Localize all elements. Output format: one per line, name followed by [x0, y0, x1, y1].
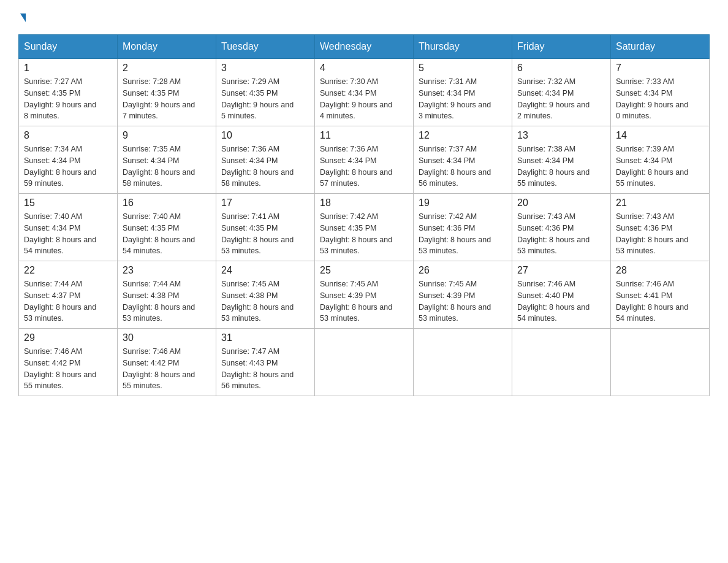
- header-day-wednesday: Wednesday: [315, 35, 414, 59]
- day-info: Sunrise: 7:31 AMSunset: 4:34 PMDaylight:…: [419, 76, 507, 122]
- day-number: 28: [616, 265, 704, 276]
- day-cell-29: 29Sunrise: 7:46 AMSunset: 4:42 PMDayligh…: [19, 329, 118, 396]
- day-cell-1: 1Sunrise: 7:27 AMSunset: 4:35 PMDaylight…: [19, 59, 118, 126]
- day-info: Sunrise: 7:47 AMSunset: 4:43 PMDaylight:…: [221, 346, 309, 392]
- day-number: 16: [123, 197, 211, 209]
- day-info: Sunrise: 7:45 AMSunset: 4:38 PMDaylight:…: [221, 278, 309, 324]
- day-info: Sunrise: 7:46 AMSunset: 4:40 PMDaylight:…: [517, 278, 605, 324]
- day-number: 13: [517, 130, 605, 141]
- day-cell-14: 14Sunrise: 7:39 AMSunset: 4:34 PMDayligh…: [611, 126, 710, 194]
- day-info: Sunrise: 7:44 AMSunset: 4:38 PMDaylight:…: [123, 278, 211, 324]
- day-cell-12: 12Sunrise: 7:37 AMSunset: 4:34 PMDayligh…: [414, 126, 512, 194]
- calendar-body: 1Sunrise: 7:27 AMSunset: 4:35 PMDaylight…: [19, 59, 710, 396]
- day-info: Sunrise: 7:46 AMSunset: 4:41 PMDaylight:…: [616, 278, 704, 324]
- day-number: 18: [320, 197, 408, 209]
- empty-cell: [512, 329, 611, 396]
- day-number: 31: [221, 332, 309, 343]
- day-cell-18: 18Sunrise: 7:42 AMSunset: 4:35 PMDayligh…: [315, 194, 414, 261]
- week-row-3: 15Sunrise: 7:40 AMSunset: 4:34 PMDayligh…: [19, 194, 710, 261]
- day-cell-27: 27Sunrise: 7:46 AMSunset: 4:40 PMDayligh…: [512, 261, 611, 329]
- day-info: Sunrise: 7:39 AMSunset: 4:34 PMDaylight:…: [616, 144, 704, 190]
- day-number: 15: [24, 197, 112, 209]
- day-info: Sunrise: 7:32 AMSunset: 4:34 PMDaylight:…: [517, 76, 605, 122]
- header-day-sunday: Sunday: [19, 35, 118, 59]
- day-number: 30: [123, 332, 211, 343]
- day-info: Sunrise: 7:46 AMSunset: 4:42 PMDaylight:…: [24, 346, 112, 392]
- week-row-2: 8Sunrise: 7:34 AMSunset: 4:34 PMDaylight…: [19, 126, 710, 194]
- header-row: SundayMondayTuesdayWednesdayThursdayFrid…: [19, 35, 710, 59]
- day-number: 17: [221, 197, 309, 209]
- day-number: 10: [221, 130, 309, 141]
- day-number: 21: [616, 197, 704, 209]
- day-info: Sunrise: 7:40 AMSunset: 4:34 PMDaylight:…: [24, 211, 112, 257]
- day-info: Sunrise: 7:45 AMSunset: 4:39 PMDaylight:…: [320, 278, 408, 324]
- day-info: Sunrise: 7:44 AMSunset: 4:37 PMDaylight:…: [24, 278, 112, 324]
- day-info: Sunrise: 7:42 AMSunset: 4:35 PMDaylight:…: [320, 211, 408, 257]
- day-number: 26: [419, 265, 507, 276]
- day-number: 29: [24, 332, 112, 343]
- day-info: Sunrise: 7:38 AMSunset: 4:34 PMDaylight:…: [517, 144, 605, 190]
- day-number: 2: [123, 63, 211, 74]
- day-number: 1: [24, 63, 112, 74]
- day-cell-6: 6Sunrise: 7:32 AMSunset: 4:34 PMDaylight…: [512, 59, 611, 126]
- day-number: 27: [517, 265, 605, 276]
- day-cell-25: 25Sunrise: 7:45 AMSunset: 4:39 PMDayligh…: [315, 261, 414, 329]
- day-cell-13: 13Sunrise: 7:38 AMSunset: 4:34 PMDayligh…: [512, 126, 611, 194]
- day-cell-20: 20Sunrise: 7:43 AMSunset: 4:36 PMDayligh…: [512, 194, 611, 261]
- day-cell-16: 16Sunrise: 7:40 AMSunset: 4:35 PMDayligh…: [118, 194, 216, 261]
- day-cell-3: 3Sunrise: 7:29 AMSunset: 4:35 PMDaylight…: [216, 59, 315, 126]
- day-info: Sunrise: 7:42 AMSunset: 4:36 PMDaylight:…: [419, 211, 507, 257]
- day-cell-11: 11Sunrise: 7:36 AMSunset: 4:34 PMDayligh…: [315, 126, 414, 194]
- day-number: 6: [517, 63, 605, 74]
- day-number: 4: [320, 63, 408, 74]
- calendar-table: SundayMondayTuesdayWednesdayThursdayFrid…: [18, 34, 710, 396]
- day-cell-26: 26Sunrise: 7:45 AMSunset: 4:39 PMDayligh…: [414, 261, 512, 329]
- day-info: Sunrise: 7:30 AMSunset: 4:34 PMDaylight:…: [320, 76, 408, 122]
- day-number: 14: [616, 130, 704, 141]
- header-day-thursday: Thursday: [414, 35, 512, 59]
- day-number: 3: [221, 63, 309, 74]
- day-number: 24: [221, 265, 309, 276]
- day-cell-10: 10Sunrise: 7:36 AMSunset: 4:34 PMDayligh…: [216, 126, 315, 194]
- week-row-5: 29Sunrise: 7:46 AMSunset: 4:42 PMDayligh…: [19, 329, 710, 396]
- day-cell-28: 28Sunrise: 7:46 AMSunset: 4:41 PMDayligh…: [611, 261, 710, 329]
- day-number: 22: [24, 265, 112, 276]
- day-cell-5: 5Sunrise: 7:31 AMSunset: 4:34 PMDaylight…: [414, 59, 512, 126]
- day-info: Sunrise: 7:29 AMSunset: 4:35 PMDaylight:…: [221, 76, 309, 122]
- header-day-monday: Monday: [118, 35, 216, 59]
- day-number: 11: [320, 130, 408, 141]
- day-info: Sunrise: 7:41 AMSunset: 4:35 PMDaylight:…: [221, 211, 309, 257]
- day-cell-22: 22Sunrise: 7:44 AMSunset: 4:37 PMDayligh…: [19, 261, 118, 329]
- calendar-header: SundayMondayTuesdayWednesdayThursdayFrid…: [19, 35, 710, 59]
- day-number: 7: [616, 63, 704, 74]
- day-cell-23: 23Sunrise: 7:44 AMSunset: 4:38 PMDayligh…: [118, 261, 216, 329]
- day-cell-8: 8Sunrise: 7:34 AMSunset: 4:34 PMDaylight…: [19, 126, 118, 194]
- day-number: 8: [24, 130, 112, 141]
- week-row-4: 22Sunrise: 7:44 AMSunset: 4:37 PMDayligh…: [19, 261, 710, 329]
- empty-cell: [611, 329, 710, 396]
- day-info: Sunrise: 7:43 AMSunset: 4:36 PMDaylight:…: [616, 211, 704, 257]
- day-cell-24: 24Sunrise: 7:45 AMSunset: 4:38 PMDayligh…: [216, 261, 315, 329]
- day-cell-21: 21Sunrise: 7:43 AMSunset: 4:36 PMDayligh…: [611, 194, 710, 261]
- day-info: Sunrise: 7:36 AMSunset: 4:34 PMDaylight:…: [320, 144, 408, 190]
- day-cell-2: 2Sunrise: 7:28 AMSunset: 4:35 PMDaylight…: [118, 59, 216, 126]
- empty-cell: [414, 329, 512, 396]
- day-cell-7: 7Sunrise: 7:33 AMSunset: 4:34 PMDaylight…: [611, 59, 710, 126]
- day-info: Sunrise: 7:28 AMSunset: 4:35 PMDaylight:…: [123, 76, 211, 122]
- day-number: 23: [123, 265, 211, 276]
- day-cell-17: 17Sunrise: 7:41 AMSunset: 4:35 PMDayligh…: [216, 194, 315, 261]
- day-info: Sunrise: 7:43 AMSunset: 4:36 PMDaylight:…: [517, 211, 605, 257]
- day-info: Sunrise: 7:40 AMSunset: 4:35 PMDaylight:…: [123, 211, 211, 257]
- header-day-tuesday: Tuesday: [216, 35, 315, 59]
- day-info: Sunrise: 7:33 AMSunset: 4:34 PMDaylight:…: [616, 76, 704, 122]
- empty-cell: [315, 329, 414, 396]
- day-number: 20: [517, 197, 605, 209]
- day-cell-19: 19Sunrise: 7:42 AMSunset: 4:36 PMDayligh…: [414, 194, 512, 261]
- header-day-saturday: Saturday: [611, 35, 710, 59]
- day-info: Sunrise: 7:34 AMSunset: 4:34 PMDaylight:…: [24, 144, 112, 190]
- day-cell-9: 9Sunrise: 7:35 AMSunset: 4:34 PMDaylight…: [118, 126, 216, 194]
- logo: [18, 12, 26, 22]
- day-number: 12: [419, 130, 507, 141]
- day-cell-15: 15Sunrise: 7:40 AMSunset: 4:34 PMDayligh…: [19, 194, 118, 261]
- day-number: 9: [123, 130, 211, 141]
